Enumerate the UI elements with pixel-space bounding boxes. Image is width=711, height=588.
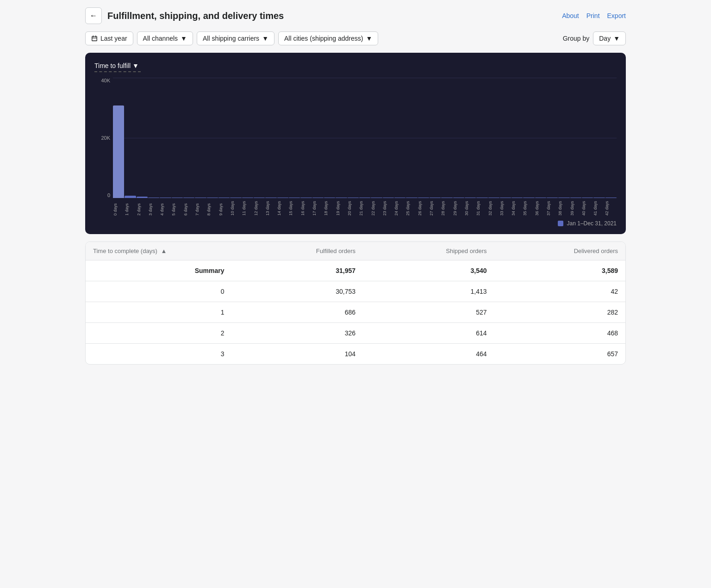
y-label-20k: 20K xyxy=(101,135,110,141)
x-label: 15 days xyxy=(288,198,300,217)
group-by-chevron-icon: ▼ xyxy=(613,35,620,42)
bar-group xyxy=(453,78,464,198)
x-label: 31 days xyxy=(476,198,487,217)
x-label: 32 days xyxy=(488,198,499,217)
bar-group xyxy=(148,78,159,198)
bar-group xyxy=(383,78,394,198)
bar-group xyxy=(348,78,359,198)
data-table: Time to complete (days) ▲ Fulfilled orde… xyxy=(85,241,626,365)
date-filter-button[interactable]: Last year xyxy=(85,31,133,45)
summary-fulfilled: 31,957 xyxy=(225,267,356,274)
row-days: 3 xyxy=(93,350,225,358)
bar-group xyxy=(324,78,335,198)
x-label: 25 days xyxy=(405,198,417,217)
summary-shipped: 3,540 xyxy=(356,267,487,274)
bar-group xyxy=(254,78,265,198)
x-label: 4 days xyxy=(160,198,171,217)
bar-group xyxy=(371,78,382,198)
row-delivered: 42 xyxy=(487,288,618,295)
sort-icon: ▲ xyxy=(161,248,167,254)
bar-group xyxy=(605,78,617,198)
y-label-0: 0 xyxy=(107,192,110,198)
chart-dashes xyxy=(94,71,141,72)
chart-area: 40K 20K 0 0 days1 days2 days3 days4 days… xyxy=(94,78,617,217)
legend-label: Jan 1–Dec 31, 2021 xyxy=(567,220,617,227)
bar-group xyxy=(289,78,300,198)
y-label-40k: 40K xyxy=(101,78,110,83)
x-label: 10 days xyxy=(230,198,242,217)
chart-title: Time to fulfill xyxy=(94,62,131,69)
x-label: 13 days xyxy=(265,198,277,217)
bar-group xyxy=(476,78,487,198)
bar-group xyxy=(441,78,452,198)
row-days: 0 xyxy=(93,288,225,295)
bar-group xyxy=(488,78,499,198)
bar-group xyxy=(218,78,230,198)
bar-group xyxy=(160,78,171,198)
cities-filter-button[interactable]: All cities (shipping address) ▼ xyxy=(278,31,378,45)
row-fulfilled: 326 xyxy=(225,329,356,337)
summary-delivered: 3,589 xyxy=(487,267,618,274)
group-by-select[interactable]: Day ▼ xyxy=(593,31,626,45)
x-label: 9 days xyxy=(218,198,230,217)
carriers-filter-button[interactable]: All shipping carriers ▼ xyxy=(197,31,274,45)
table-header: Time to complete (days) ▲ Fulfilled orde… xyxy=(86,242,625,260)
bar-group xyxy=(593,78,605,198)
header-right: About Print Export xyxy=(562,12,626,19)
row-delivered: 282 xyxy=(487,309,618,316)
table-row: 3 104 464 657 xyxy=(86,344,625,364)
legend-dot xyxy=(558,221,563,226)
x-label: 36 days xyxy=(535,198,546,217)
y-axis: 40K 20K 0 xyxy=(94,78,113,198)
x-label: 20 days xyxy=(347,198,359,217)
x-label: 39 days xyxy=(570,198,581,217)
x-label: 34 days xyxy=(511,198,523,217)
bar-group xyxy=(277,78,288,198)
chart-title-button[interactable]: Time to fulfill ▼ xyxy=(94,62,139,69)
x-label: 5 days xyxy=(171,198,183,217)
x-label: 24 days xyxy=(394,198,405,217)
print-link[interactable]: Print xyxy=(586,12,600,19)
cities-chevron-icon: ▼ xyxy=(366,35,372,42)
row-delivered: 468 xyxy=(487,329,618,337)
bar-group xyxy=(242,78,253,198)
about-link[interactable]: About xyxy=(562,12,579,19)
col-header-delivered: Delivered orders xyxy=(487,248,618,254)
x-label: 7 days xyxy=(195,198,206,217)
x-label: 0 days xyxy=(113,198,125,217)
group-by-wrap: Group by Day ▼ xyxy=(563,31,626,45)
x-label: 22 days xyxy=(371,198,382,217)
carriers-chevron-icon: ▼ xyxy=(262,35,268,42)
export-link[interactable]: Export xyxy=(607,12,626,19)
x-label: 8 days xyxy=(206,198,218,217)
x-label: 17 days xyxy=(312,198,324,217)
table-row: 2 326 614 468 xyxy=(86,323,625,344)
toolbar: Last year All channels ▼ All shipping ca… xyxy=(85,31,626,45)
x-label: 11 days xyxy=(242,198,253,217)
x-label: 27 days xyxy=(429,198,441,217)
calendar-icon xyxy=(91,35,98,42)
x-label: 41 days xyxy=(593,198,605,217)
x-label: 30 days xyxy=(464,198,476,217)
page-title: Fulfillment, shipping, and delivery time… xyxy=(107,11,284,21)
bar-group xyxy=(430,78,441,198)
x-label: 37 days xyxy=(546,198,558,217)
row-days: 1 xyxy=(93,309,225,316)
channels-filter-label: All channels xyxy=(143,35,178,42)
bar-group xyxy=(125,78,136,198)
row-shipped: 1,413 xyxy=(356,288,487,295)
back-button[interactable]: ← xyxy=(85,7,102,24)
x-label: 26 days xyxy=(418,198,429,217)
summary-label: Summary xyxy=(93,267,225,274)
x-label: 14 days xyxy=(277,198,288,217)
row-shipped: 614 xyxy=(356,329,487,337)
x-label: 23 days xyxy=(382,198,394,217)
x-label: 1 days xyxy=(125,198,136,217)
row-fulfilled: 686 xyxy=(225,309,356,316)
bar-group xyxy=(183,78,194,198)
row-shipped: 464 xyxy=(356,350,487,358)
channels-filter-button[interactable]: All channels ▼ xyxy=(137,31,193,45)
bar-group xyxy=(547,78,558,198)
bar-group xyxy=(207,78,218,198)
col-header-fulfilled: Fulfilled orders xyxy=(225,248,356,254)
